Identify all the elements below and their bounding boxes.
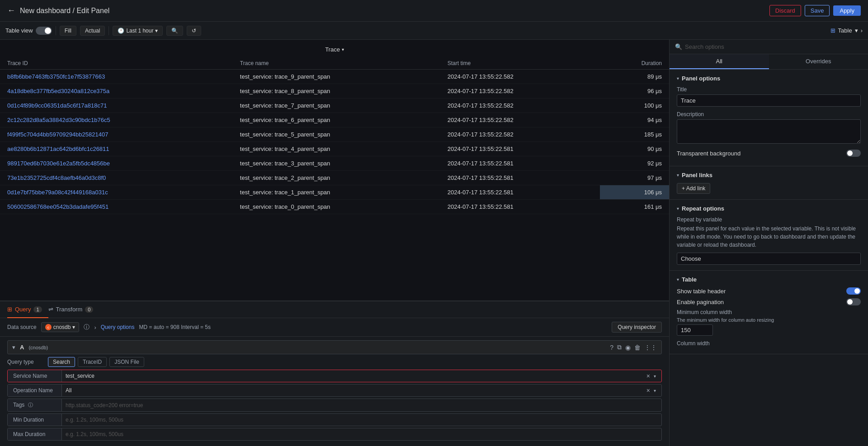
- refresh-button[interactable]: ↺: [187, 26, 201, 36]
- query-tab-icon: ⊞: [7, 306, 12, 313]
- table-row[interactable]: 506002586768ee0542b3dadafe95f451test_ser…: [0, 200, 669, 214]
- trace-id-link[interactable]: 2c12c282d8a5a38842d3c90bdc1b76c5: [7, 117, 110, 123]
- trace-time-cell: 2024-07-17 13:55:22.582: [440, 99, 600, 113]
- table-section-header[interactable]: ▾ Table: [677, 276, 861, 283]
- trace-duration-cell: 90 μs: [600, 142, 669, 156]
- min-col-width-input[interactable]: [677, 324, 713, 336]
- panel-title-input[interactable]: [677, 94, 861, 107]
- transparent-bg-toggle[interactable]: [846, 150, 861, 157]
- tags-info-icon[interactable]: ⓘ: [28, 402, 33, 408]
- min-duration-label: Min Duration: [8, 414, 62, 426]
- viz-selector[interactable]: ⊞ Table ▾ ›: [830, 27, 863, 34]
- col-trace-name: Trace name: [233, 57, 440, 70]
- table-row[interactable]: 2c12c282d8a5a38842d3c90bdc1b76c5test_ser…: [0, 113, 669, 127]
- enable-pagination-toggle[interactable]: [846, 298, 861, 305]
- operation-name-value: × ▾: [62, 385, 661, 396]
- operation-name-clear-btn[interactable]: ×: [645, 387, 652, 394]
- show-table-header-toggle[interactable]: [846, 287, 861, 295]
- table-row[interactable]: f499f5c704d4bb59709294bb25821407test_ser…: [0, 127, 669, 142]
- save-button[interactable]: Save: [805, 5, 830, 16]
- header-left: ← New dashboard / Edit Panel: [7, 6, 109, 15]
- add-link-button[interactable]: + Add link: [677, 183, 710, 194]
- trace-name-cell: test_service: trace_3_parent_span: [233, 156, 440, 171]
- panel-links-title: Panel links: [682, 172, 712, 178]
- right-panel-tabs: All Overrides: [670, 54, 868, 70]
- data-area: Trace ▾ Trace ID Trace name Start time D…: [0, 40, 669, 300]
- options-search-input[interactable]: [685, 43, 863, 50]
- table-row[interactable]: 4a18dbe8c377fb5ed30240a812ce375atest_ser…: [0, 84, 669, 99]
- max-duration-value: [62, 429, 661, 439]
- query-drag-icon[interactable]: ⋮⋮: [644, 344, 657, 351]
- trace-name-cell: test_service: trace_5_parent_span: [233, 127, 440, 142]
- datasource-select[interactable]: c cnosdb ▾: [41, 322, 80, 332]
- toolbar: Table view Fill Actual 🕐 Last 1 hour ▾ 🔍…: [0, 22, 868, 40]
- service-name-clear-btn[interactable]: ×: [645, 372, 652, 380]
- right-panel: 🔍 All Overrides ▾ Panel options Title De…: [669, 40, 868, 446]
- table-row[interactable]: ae8280b6b12871ac642bd6bfc1c26811test_ser…: [0, 142, 669, 156]
- title-field-label: Title: [677, 86, 861, 93]
- service-name-value: × ▾: [62, 371, 661, 381]
- table-row[interactable]: 989170ed6b7030e61e2a5fb5dc4856betest_ser…: [0, 156, 669, 171]
- actual-button[interactable]: Actual: [80, 26, 105, 36]
- apply-button[interactable]: Apply: [833, 5, 861, 16]
- panel-links-chevron-icon: ▾: [677, 173, 679, 178]
- panel-options-header[interactable]: ▾ Panel options: [677, 75, 861, 82]
- min-col-width-label: Minimum column width: [677, 309, 861, 315]
- trace-id-link[interactable]: 4a18dbe8c377fb5ed30240a812ce375a: [7, 88, 109, 94]
- table-view-group: Table view: [5, 27, 52, 35]
- repeat-options-chevron-icon: ▾: [677, 206, 679, 211]
- rp-tab-all[interactable]: All: [670, 54, 769, 69]
- trace-id-link[interactable]: ae8280b6b12871ac642bd6bfc1c26811: [7, 146, 109, 152]
- trace-id-link[interactable]: 989170ed6b7030e61e2a5fb5dc4856be: [7, 160, 110, 167]
- panel-links-section: ▾ Panel links + Add link: [670, 166, 868, 200]
- discard-button[interactable]: Discard: [769, 5, 801, 16]
- tags-value: [62, 400, 661, 410]
- rp-tab-overrides[interactable]: Overrides: [769, 54, 868, 69]
- query-type-tabs: Search TraceID JSON File: [48, 357, 144, 367]
- collapse-icon[interactable]: ▾: [12, 344, 15, 351]
- trace-id-link[interactable]: 0d1c4f89b9cc06351da5c6f17a818c71: [7, 102, 107, 109]
- operation-name-input[interactable]: [66, 387, 645, 394]
- qtype-search-btn[interactable]: Search: [48, 357, 75, 367]
- service-name-input[interactable]: [66, 373, 645, 379]
- tab-transform[interactable]: ⇌ Transform 0: [48, 301, 100, 318]
- viz-label-text: Table: [838, 27, 852, 34]
- tags-input[interactable]: [66, 402, 658, 408]
- trace-name-cell: test_service: trace_4_parent_span: [233, 142, 440, 156]
- back-icon[interactable]: ←: [7, 6, 15, 15]
- query-help-icon[interactable]: ?: [610, 344, 613, 351]
- table-header-row: Trace ID Trace name Start time Duration: [0, 57, 669, 70]
- time-range-button[interactable]: 🕐 Last 1 hour ▾: [113, 26, 163, 36]
- query-copy-icon[interactable]: ⧉: [617, 343, 622, 351]
- zoom-out-button[interactable]: 🔍: [166, 26, 183, 36]
- query-options-link[interactable]: Query options: [101, 324, 135, 330]
- table-view-toggle[interactable]: [36, 27, 52, 35]
- trace-id-link[interactable]: 506002586768ee0542b3dadafe95f451: [7, 203, 108, 210]
- panel-links-header[interactable]: ▾ Panel links: [677, 172, 861, 178]
- table-row[interactable]: 0d1e7bf75bbe79a08c42f449168a031ctest_ser…: [0, 185, 669, 200]
- query-id-sub: (cnosdb): [28, 345, 48, 350]
- tab-query[interactable]: ⊞ Query 1: [7, 301, 48, 318]
- trace-id-link[interactable]: f499f5c704d4bb59709294bb25821407: [7, 131, 108, 138]
- trace-id-link[interactable]: b8fb6bbe7463fb3750fc1e7f53877663: [7, 73, 105, 80]
- table-row[interactable]: b8fb6bbe7463fb3750fc1e7f53877663test_ser…: [0, 70, 669, 84]
- trace-name-cell: test_service: trace_0_parent_span: [233, 200, 440, 214]
- qtype-traceid-btn[interactable]: TraceID: [78, 357, 107, 367]
- repeat-variable-select[interactable]: Choose: [677, 253, 861, 265]
- query-hide-icon[interactable]: ◉: [625, 344, 631, 351]
- max-duration-input[interactable]: [66, 431, 658, 437]
- trace-id-link[interactable]: 73e1b2352725cdf4c8aefb46a0d3c8f0: [7, 174, 106, 181]
- query-inspector-button[interactable]: Query inspector: [612, 322, 662, 333]
- min-duration-input[interactable]: [66, 417, 658, 423]
- query-delete-icon[interactable]: 🗑: [634, 344, 641, 351]
- trace-header[interactable]: Trace ▾: [0, 43, 669, 57]
- datasource-info-icon[interactable]: ⓘ: [84, 323, 90, 331]
- table-row[interactable]: 0d1c4f89b9cc06351da5c6f17a818c71test_ser…: [0, 99, 669, 113]
- trace-name-cell: test_service: trace_9_parent_span: [233, 70, 440, 84]
- table-row[interactable]: 73e1b2352725cdf4c8aefb46a0d3c8f0test_ser…: [0, 171, 669, 185]
- repeat-options-header[interactable]: ▾ Repeat options: [677, 205, 861, 212]
- trace-id-link[interactable]: 0d1e7bf75bbe79a08c42f449168a031c: [7, 189, 108, 196]
- fill-button[interactable]: Fill: [60, 26, 76, 36]
- panel-description-input[interactable]: [677, 119, 861, 144]
- qtype-jsonfile-btn[interactable]: JSON File: [109, 357, 144, 367]
